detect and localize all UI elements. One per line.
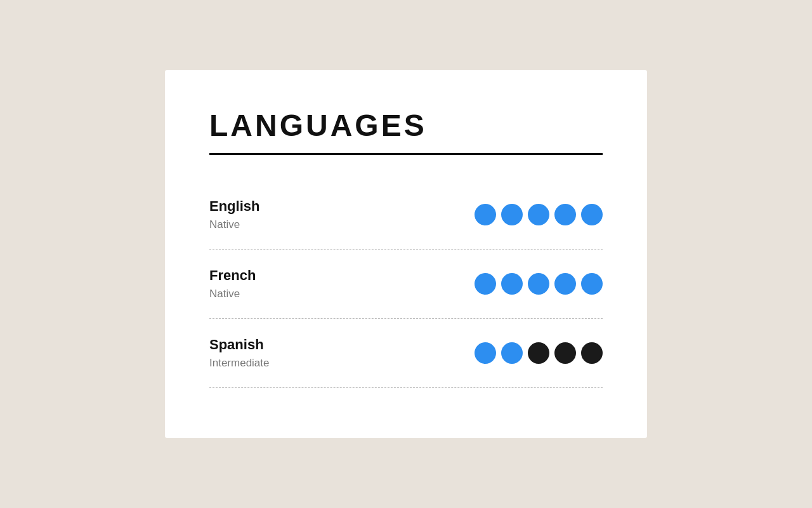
proficiency-dot [528,204,549,225]
dots-container [475,204,603,225]
language-info: FrenchNative [209,267,256,300]
card: LANGUAGES EnglishNativeFrenchNativeSpani… [165,70,647,438]
proficiency-dot [501,342,523,364]
proficiency-dot [475,273,496,295]
proficiency-dot [501,204,523,225]
language-name: English [209,198,259,215]
proficiency-dot [528,342,549,364]
proficiency-dot [528,273,549,295]
language-name: French [209,267,256,284]
proficiency-dot [581,273,603,295]
proficiency-dot [475,342,496,364]
proficiency-dot [581,342,603,364]
language-list: EnglishNativeFrenchNativeSpanishIntermed… [209,180,603,388]
language-info: SpanishIntermediate [209,337,270,370]
language-item: FrenchNative [209,250,603,319]
proficiency-dot [581,204,603,225]
language-item: EnglishNative [209,180,603,250]
proficiency-dot [475,204,496,225]
language-item: SpanishIntermediate [209,319,603,388]
proficiency-dot [554,342,576,364]
dots-container [475,273,603,295]
language-info: EnglishNative [209,198,259,231]
language-level: Native [209,288,256,300]
proficiency-dot [554,273,576,295]
language-level: Native [209,218,259,231]
proficiency-dot [501,273,523,295]
proficiency-dot [554,204,576,225]
language-name: Spanish [209,337,270,353]
language-level: Intermediate [209,357,270,370]
dots-container [475,342,603,364]
section-title: LANGUAGES [209,108,603,155]
